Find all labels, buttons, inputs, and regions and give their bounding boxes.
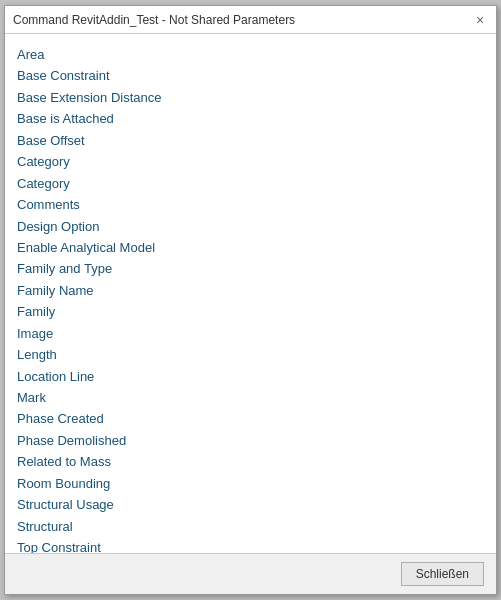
list-item[interactable]: Base is Attached [17,108,484,129]
list-item[interactable]: Area [17,44,484,65]
list-item[interactable]: Design Option [17,216,484,237]
close-button[interactable]: Schließen [401,562,484,586]
list-item[interactable]: Phase Created [17,408,484,429]
list-item[interactable]: Base Constraint [17,65,484,86]
list-item[interactable]: Comments [17,194,484,215]
list-item[interactable]: Structural [17,516,484,537]
parameters-list-container: AreaBase ConstraintBase Extension Distan… [5,34,496,553]
list-item[interactable]: Phase Demolished [17,430,484,451]
list-item[interactable]: Room Bounding [17,473,484,494]
list-item[interactable]: Category [17,173,484,194]
list-item[interactable]: Image [17,323,484,344]
list-item[interactable]: Top Constraint [17,537,484,553]
list-item[interactable]: Family Name [17,280,484,301]
footer: Schließen [5,553,496,594]
list-item[interactable]: Family and Type [17,258,484,279]
list-item[interactable]: Base Offset [17,130,484,151]
list-item[interactable]: Enable Analytical Model [17,237,484,258]
list-item[interactable]: Length [17,344,484,365]
list-item[interactable]: Category [17,151,484,172]
list-item[interactable]: Mark [17,387,484,408]
list-item[interactable]: Structural Usage [17,494,484,515]
title-bar: Command RevitAddin_Test - Not Shared Par… [5,6,496,34]
list-item[interactable]: Location Line [17,366,484,387]
window-title: Command RevitAddin_Test - Not Shared Par… [13,13,295,27]
list-item[interactable]: Base Extension Distance [17,87,484,108]
title-close-button[interactable]: × [472,12,488,28]
dialog-window: Command RevitAddin_Test - Not Shared Par… [4,5,497,595]
list-item[interactable]: Family [17,301,484,322]
list-item[interactable]: Related to Mass [17,451,484,472]
